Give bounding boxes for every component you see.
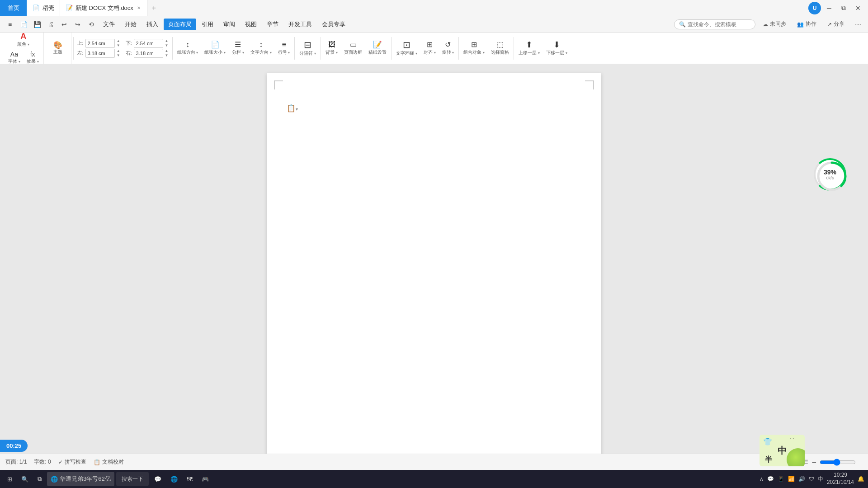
paper-size-button[interactable]: 📄 纸张大小 ▾ [202, 40, 228, 57]
taskbar-maps[interactable]: 🗺 [183, 472, 196, 486]
zoom-slider[interactable] [820, 459, 856, 466]
margin-bottom-down-arrow[interactable]: ▼ [165, 43, 169, 48]
margin-top-row: 上: ▲ ▼ 下: ▲ ▼ [77, 39, 169, 48]
more-menu-button[interactable]: ⋯ [852, 18, 864, 31]
margin-top-up-arrow[interactable]: ▲ [117, 39, 120, 43]
zoom-in-button[interactable]: + [859, 459, 863, 465]
move-down-button[interactable]: ⬇ 下移一层 ▾ [543, 39, 570, 57]
status-spell-check[interactable]: ✓ 拼写检查 [58, 458, 86, 466]
margin-left-arrows[interactable]: ▲ ▼ [117, 49, 120, 58]
browser-label: 华遭兄弟3年亏62亿 [60, 475, 111, 483]
taskbar-app5[interactable]: 🎮 [198, 472, 212, 486]
ime-widget[interactable]: 中 · · 半 👕 [760, 435, 805, 466]
margin-bottom-up-arrow[interactable]: ▲ [165, 39, 169, 43]
draft-paper-button[interactable]: 📝 稿纸设置 [366, 40, 389, 57]
tray-notification-button[interactable]: 🔔 [858, 476, 864, 482]
close-button[interactable]: ✕ [852, 2, 864, 14]
menu-item-vip[interactable]: 会员专享 [317, 19, 350, 30]
menu-item-review[interactable]: 审阅 [219, 19, 240, 30]
tray-ime-label[interactable]: 中 [818, 475, 823, 483]
search-input[interactable] [688, 21, 746, 28]
tray-wechat-icon: 💬 [767, 476, 774, 482]
share-button[interactable]: ↗ 分享 [824, 19, 848, 29]
minimize-button[interactable]: ─ [823, 2, 835, 14]
menu-item-file[interactable]: 文件 [99, 19, 119, 30]
tab-home[interactable]: 首页 [0, 0, 27, 16]
start-button[interactable]: ⊞ [4, 472, 16, 486]
margin-top-input[interactable] [85, 39, 115, 48]
text-direction-button[interactable]: ↕ 文字方向 ▾ [248, 40, 274, 57]
group-objects-button[interactable]: ⊞ 组合对象 ▾ [461, 40, 487, 57]
columns-button[interactable]: ☰ 分栏 ▾ [229, 40, 247, 57]
taskbar-chrome[interactable]: 🌐 [167, 472, 181, 486]
menu-item-dev[interactable]: 开发工具 [284, 19, 316, 30]
search-box[interactable]: 🔍 [674, 19, 755, 29]
orientation-button[interactable]: ↕ 纸张方向 ▾ [175, 40, 201, 57]
menu-save[interactable]: 💾 [31, 18, 43, 31]
margin-left-down-arrow[interactable]: ▼ [117, 53, 120, 58]
menu-redo[interactable]: ↪ [71, 18, 84, 31]
page-border-icon: ▭ [350, 41, 357, 48]
doc-tab-close[interactable]: ✕ [136, 5, 142, 11]
margin-bottom-arrows[interactable]: ▲ ▼ [165, 39, 169, 48]
theme-button[interactable]: 🎨 主题 [47, 40, 69, 56]
menu-item-references[interactable]: 引用 [197, 19, 218, 30]
line-num-button[interactable]: ≡ 行号 ▾ [275, 40, 293, 57]
effect-button[interactable]: fx 效果 ▾ [24, 50, 42, 66]
collab-button[interactable]: 👥 协作 [793, 19, 820, 29]
menu-item-view[interactable]: 视图 [241, 19, 261, 30]
restore-button[interactable]: ⧉ [837, 2, 850, 14]
page-border-button[interactable]: ▭ 页面边框 [341, 40, 365, 57]
margin-right-down-arrow[interactable]: ▼ [165, 53, 169, 58]
orientation-icon: ↕ [186, 41, 189, 48]
menu-item-insert[interactable]: 插入 [142, 19, 163, 30]
margin-right-input[interactable] [134, 49, 163, 58]
toolbar-sep-4 [321, 37, 321, 60]
status-doc-check[interactable]: 📋 文档校对 [94, 458, 124, 466]
page-break-button[interactable]: ⊟ 分隔符 ▾ [297, 39, 319, 58]
zoom-out-button[interactable]: ─ [812, 459, 816, 465]
tray-up-arrow[interactable]: ∧ [760, 476, 764, 482]
titlebar-controls: U ─ ⧉ ✕ [808, 0, 868, 16]
margin-top-arrows[interactable]: ▲ ▼ [117, 39, 120, 48]
font-button[interactable]: Aa 字体 ▾ [5, 50, 23, 66]
add-tab-button[interactable]: + [147, 0, 160, 16]
search-button[interactable]: 🔍 [18, 472, 32, 486]
timer-widget[interactable]: 00:25 [0, 440, 28, 452]
menu-undo[interactable]: ↩ [58, 18, 71, 31]
selection-pane-button[interactable]: ⬚ 选择窗格 [488, 40, 512, 57]
tab-draft[interactable]: 📄 稻壳 [27, 0, 60, 16]
menu-new-doc[interactable]: 📄 [17, 18, 30, 31]
text-wrap-button[interactable]: ⊡ 文字环绕 ▾ [393, 39, 420, 58]
margin-bottom-input[interactable] [134, 39, 163, 48]
start-icon: ⊞ [7, 476, 12, 483]
move-up-button[interactable]: ⬆ 上移一层 ▾ [516, 39, 542, 57]
user-avatar[interactable]: U [808, 2, 821, 14]
clock-date: 2021/10/14 [827, 479, 854, 486]
tab-doc[interactable]: 📝 新建 DOCX 文档.docx ✕ [60, 0, 147, 16]
document-page[interactable]: 📋▾ [267, 73, 601, 454]
margin-left-up-arrow[interactable]: ▲ [117, 49, 120, 53]
toolbar-group-theme: 🎨 主题 [45, 33, 71, 64]
menu-hamburger[interactable]: ≡ [4, 18, 16, 31]
margin-top-down-arrow[interactable]: ▼ [117, 43, 120, 48]
menu-item-chapter[interactable]: 章节 [262, 19, 283, 30]
background-button[interactable]: 🖼 背景 ▾ [323, 40, 340, 57]
chrome-icon: 🌐 [170, 476, 178, 483]
menu-item-start[interactable]: 开始 [120, 19, 141, 30]
color-button[interactable]: A 颜色 ▾ [14, 31, 32, 49]
task-view-button[interactable]: ⧉ [34, 472, 45, 486]
rotate-button[interactable]: ↺ 旋转 ▾ [439, 40, 457, 57]
align-button[interactable]: ⊞ 对齐 ▾ [421, 40, 439, 57]
menu-print[interactable]: 🖨 [44, 18, 57, 31]
menu-item-page-layout[interactable]: 页面布局 [164, 19, 196, 30]
margin-right-arrows[interactable]: ▲ ▼ [165, 49, 169, 58]
taskbar-wechat[interactable]: 💬 [151, 472, 165, 486]
menu-more-actions[interactable]: ⟲ [85, 18, 98, 31]
sync-button[interactable]: ☁ 未同步 [759, 19, 790, 29]
gauge-speed: 0k/s [826, 176, 834, 180]
margin-left-input[interactable] [85, 49, 115, 58]
taskbar-browser-item[interactable]: 🌐 华遭兄弟3年亏62亿 [47, 472, 114, 486]
taskbar-search-label[interactable]: 搜索一下 [116, 472, 149, 486]
margin-right-up-arrow[interactable]: ▲ [165, 49, 169, 53]
